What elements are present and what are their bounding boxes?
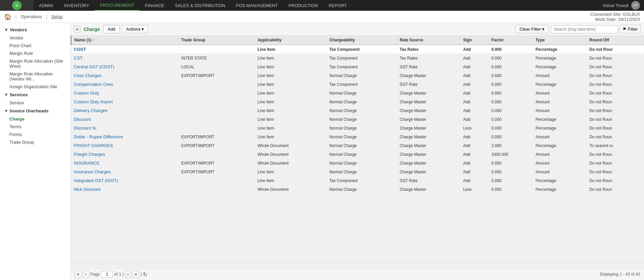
nav-inventory[interactable]: INVENTORY: [59, 0, 94, 11]
sidebar-section-vendors[interactable]: ▼ Vendors: [0, 26, 70, 34]
breadcrumb-operations[interactable]: Operations: [21, 14, 42, 19]
cell-name[interactable]: Central GST (CGST): [71, 63, 179, 71]
cell-rateSource: Tax Rates: [397, 54, 460, 63]
nav-procurement[interactable]: PROCUREMENT: [94, 0, 140, 11]
cell-name[interactable]: Discount %: [71, 124, 179, 133]
last-page-button[interactable]: »: [132, 271, 140, 278]
sidebar-item-assign-org[interactable]: Assign Organization Site: [0, 83, 70, 91]
col-rate-source[interactable]: Rate Source: [397, 36, 460, 45]
col-factor[interactable]: Factor: [489, 36, 533, 45]
cell-chargeability: Normal Charge: [327, 185, 397, 194]
col-name[interactable]: Name (1) ↑: [71, 36, 179, 45]
cell-name[interactable]: INSURANCE: [71, 159, 179, 168]
collapse-button[interactable]: «: [74, 26, 80, 33]
table-row[interactable]: Compensation CessLine ItemTax ComponentG…: [71, 80, 644, 89]
table-row[interactable]: Integrated GST (IGST)Line ItemTax Compon…: [71, 176, 644, 185]
breadcrumb-setup[interactable]: Setup: [51, 14, 63, 19]
cell-name[interactable]: CGST: [71, 45, 179, 54]
cell-name[interactable]: Cess Charges: [71, 71, 179, 80]
clear-filter-button[interactable]: Clear Filter ▾: [515, 25, 549, 33]
table-row[interactable]: CGSTLine ItemTax ComponentTax RatesAdd0.…: [71, 45, 644, 54]
first-page-button[interactable]: «: [75, 271, 82, 278]
sidebar-item-margin-rule[interactable]: Margin Rule: [0, 49, 70, 57]
sidebar-item-trade-group[interactable]: Trade Group: [0, 138, 70, 146]
sidebar-item-terms[interactable]: Terms: [0, 123, 70, 131]
table-row[interactable]: Delivery ChargesLine ItemNormal ChargeCh…: [71, 106, 644, 115]
cell-name[interactable]: FRIGHT CHARGES: [71, 141, 179, 150]
cell-name[interactable]: Compensation Cess: [71, 80, 179, 89]
sidebar-item-service[interactable]: Service: [0, 99, 70, 107]
table-row[interactable]: Discount %Line ItemNormal ChargeCharge M…: [71, 124, 644, 133]
services-label: Services: [10, 92, 28, 97]
cell-name[interactable]: Discount: [71, 115, 179, 124]
filter-button[interactable]: ⚑ Filter: [619, 25, 641, 33]
refresh-button[interactable]: ↻: [143, 271, 147, 278]
table-row[interactable]: Nick DiscountWhole DocumentNormal Charge…: [71, 185, 644, 194]
table-row[interactable]: CSTINTER STATELine ItemTax ComponentTax …: [71, 54, 644, 63]
actions-button[interactable]: Actions ▾: [122, 25, 148, 33]
nav-admin[interactable]: ADMIN: [34, 0, 59, 11]
avatar[interactable]: VT: [631, 1, 640, 10]
cell-name[interactable]: Frieght Charges: [71, 150, 179, 159]
cell-name[interactable]: Insurance Charges: [71, 168, 179, 176]
table-row[interactable]: Custom DutyLine ItemNormal ChargeCharge …: [71, 89, 644, 98]
cell-name[interactable]: Nick Discount: [71, 185, 179, 194]
table-row[interactable]: Custom Duty ImportLine ItemNormal Charge…: [71, 98, 644, 106]
connected-site: Connected Site: GSLBLR: [591, 12, 640, 17]
cell-chargeability: Normal Charge: [327, 115, 397, 124]
sidebar-item-price-chart[interactable]: Price Chart: [0, 42, 70, 49]
cell-tradeGroup: [179, 150, 255, 159]
cell-factor: 0.000: [489, 45, 533, 54]
sidebar-item-forms[interactable]: Forms: [0, 131, 70, 138]
col-chargeability[interactable]: Chargeability: [327, 36, 397, 45]
col-applicability[interactable]: Applicability: [255, 36, 326, 45]
cell-name[interactable]: CST: [71, 54, 179, 63]
nav-finance[interactable]: FINANCE: [140, 0, 169, 11]
nav-sales-distribution[interactable]: SALES & DISTRIBUTION: [169, 0, 231, 11]
col-type[interactable]: Type: [533, 36, 586, 45]
next-page-button[interactable]: ›: [125, 271, 131, 278]
cell-type: Amount: [533, 71, 586, 80]
nav-report[interactable]: REPORT: [323, 0, 352, 11]
nav-pos-management[interactable]: POS MANAGEMENT: [231, 0, 283, 11]
table-row[interactable]: INSURANCEEXPORT/IMPORTWhole DocumentNorm…: [71, 159, 644, 168]
cell-factor: 0.000: [489, 71, 533, 80]
col-trade-group[interactable]: Trade Group: [179, 36, 255, 45]
cell-applicability: Whole Document: [255, 141, 326, 150]
sidebar-item-margin-rule-site[interactable]: Margin Rule Allocation (Site Wise): [0, 57, 70, 70]
sidebar-section-invoice-overheads[interactable]: ▼ Invoice Overheads: [0, 107, 70, 115]
cell-sign: Add: [460, 89, 489, 98]
add-button[interactable]: Add: [103, 25, 120, 33]
cell-name[interactable]: Custom Duty: [71, 89, 179, 98]
sidebar-item-vendor[interactable]: Vendor: [0, 34, 70, 42]
cell-name[interactable]: Dollar - Rupee Difference: [71, 133, 179, 141]
cell-name[interactable]: Custom Duty Import: [71, 98, 179, 106]
filter-icon: ⚑: [622, 27, 627, 32]
table-row[interactable]: Cess ChargesEXPORT/IMPORTLine ItemNormal…: [71, 71, 644, 80]
col-round-off[interactable]: Round Off: [586, 36, 644, 45]
table-row[interactable]: Frieght ChargesWhole DocumentNormal Char…: [71, 150, 644, 159]
prev-page-button[interactable]: ‹: [83, 271, 89, 278]
sidebar-item-charge[interactable]: Charge: [0, 115, 70, 123]
cell-type: Percentage: [533, 115, 586, 124]
nav-production[interactable]: PRODUCTION: [283, 0, 323, 11]
cell-name[interactable]: Integrated GST (IGST): [71, 176, 179, 185]
sidebar-section-services[interactable]: ▼ Services: [0, 91, 70, 99]
cell-roundOff: Do not Roun: [586, 71, 644, 80]
cell-chargeability: Tax Component: [327, 45, 397, 54]
site-info: Connected Site: GSLBLR Work Date: 28/11/…: [591, 12, 640, 22]
table-row[interactable]: Dollar - Rupee DifferenceEXPORT/IMPORTLi…: [71, 133, 644, 141]
table-row[interactable]: Central GST (CGST)LOCALLine ItemTax Comp…: [71, 63, 644, 71]
services-arrow: ▼: [4, 92, 8, 97]
search-input[interactable]: [551, 25, 618, 33]
table-row[interactable]: FRIGHT CHARGESEXPORT/IMPORTWhole Documen…: [71, 141, 644, 150]
page-number-input[interactable]: [101, 271, 113, 278]
table-row[interactable]: Insurance ChargesEXPORT/IMPORTLine ItemN…: [71, 168, 644, 176]
horizontal-scrollbar[interactable]: [71, 264, 644, 268]
col-sign[interactable]: Sign: [460, 36, 489, 45]
cell-name[interactable]: Delivery Charges: [71, 106, 179, 115]
home-icon[interactable]: 🏠: [4, 13, 11, 21]
sidebar-item-margin-rule-vendor[interactable]: Margin Rule Allocation (Vendor Wi...: [0, 70, 70, 83]
table-row[interactable]: DiscountLine ItemNormal ChargeCharge Mas…: [71, 115, 644, 124]
cell-applicability: Whole Document: [255, 185, 326, 194]
